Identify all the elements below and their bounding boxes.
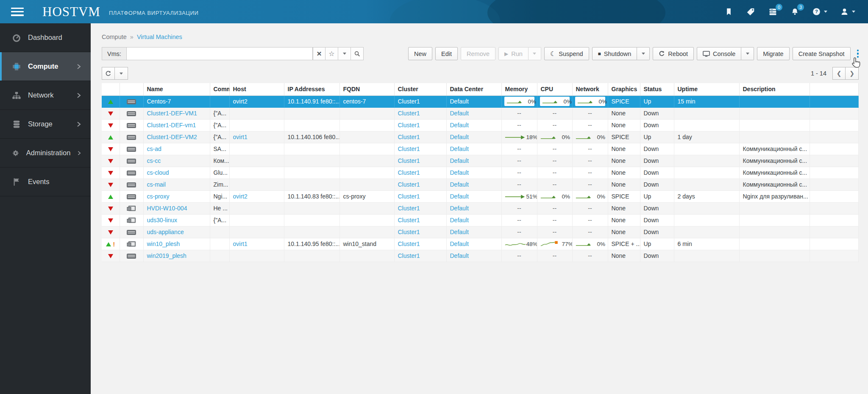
vm-cluster-link[interactable]: Cluster1 bbox=[398, 217, 420, 224]
col-header-uptime[interactable]: Uptime bbox=[674, 83, 739, 95]
vm-datacenter-link[interactable]: Default bbox=[450, 193, 469, 200]
menu-toggle-button[interactable] bbox=[11, 7, 24, 17]
search-dropdown-button[interactable] bbox=[338, 47, 351, 60]
col-header-cluster[interactable]: Cluster bbox=[394, 83, 446, 95]
col-header-cpu[interactable]: CPU bbox=[537, 83, 572, 95]
vm-datacenter-link[interactable]: Default bbox=[450, 252, 469, 259]
col-header-network[interactable]: Network bbox=[572, 83, 608, 95]
vm-row-Cluster1-DEF-vm1[interactable]: Cluster1-DEF-vm1{"A...Cluster1Default---… bbox=[102, 119, 859, 131]
vm-cluster-link[interactable]: Cluster1 bbox=[398, 181, 420, 188]
edit-button[interactable]: Edit bbox=[435, 47, 458, 60]
vm-row-Centos-7[interactable]: Centos-7ovirt210.1.140.91 fe80::...cento… bbox=[102, 95, 859, 107]
vm-cluster-link[interactable]: Cluster1 bbox=[398, 169, 420, 176]
vm-cluster-link[interactable]: Cluster1 bbox=[398, 134, 420, 140]
new-button[interactable]: New bbox=[408, 47, 432, 60]
sidebar-item-network[interactable]: Network bbox=[0, 81, 91, 110]
col-header-description[interactable]: Description bbox=[739, 83, 810, 95]
run-button[interactable]: ▶Run bbox=[498, 47, 529, 60]
create-snapshot-button[interactable]: Create Snapshot bbox=[793, 47, 851, 60]
console-button[interactable]: Console bbox=[697, 47, 741, 60]
col-header-comm[interactable]: Comm bbox=[210, 83, 229, 95]
vm-cluster-link[interactable]: Cluster1 bbox=[398, 110, 420, 117]
user-menu[interactable] bbox=[840, 7, 855, 16]
kebab-menu-icon[interactable] bbox=[857, 50, 859, 58]
vm-datacenter-link[interactable]: Default bbox=[450, 229, 469, 235]
bookmark-search-button[interactable]: ☆ bbox=[326, 47, 338, 60]
tasks-icon[interactable]: 0 bbox=[768, 7, 778, 16]
vm-name-link[interactable]: cs-cloud bbox=[147, 169, 169, 176]
vm-name-link[interactable]: HVDI-W10-004 bbox=[147, 205, 187, 212]
vm-datacenter-link[interactable]: Default bbox=[450, 134, 469, 140]
vm-name-link[interactable]: uds30-linux bbox=[147, 217, 178, 224]
vm-datacenter-link[interactable]: Default bbox=[450, 157, 469, 164]
vm-row-uds-appliance[interactable]: uds-applianceCluster1Default------NoneDo… bbox=[102, 226, 859, 238]
col-header-name[interactable]: Name bbox=[143, 83, 210, 95]
vm-name-link[interactable]: Cluster1-DEF-VM2 bbox=[147, 134, 197, 140]
vm-name-link[interactable]: cs-cc bbox=[147, 157, 161, 164]
vm-cluster-link[interactable]: Cluster1 bbox=[398, 252, 420, 259]
col-header-memory[interactable]: Memory bbox=[501, 83, 537, 95]
breadcrumb-compute[interactable]: Compute bbox=[102, 34, 127, 40]
search-button[interactable] bbox=[351, 47, 364, 60]
vm-name-link[interactable]: win2019_plesh bbox=[147, 252, 186, 259]
sidebar-item-storage[interactable]: Storage bbox=[0, 110, 91, 139]
shutdown-button[interactable]: ■Shutdown bbox=[592, 47, 637, 60]
refresh-button[interactable] bbox=[102, 67, 115, 80]
vm-datacenter-link[interactable]: Default bbox=[450, 240, 469, 247]
vm-row-win10_plesh[interactable]: !win10_pleshovirt110.1.140.95 fe80::...w… bbox=[102, 238, 859, 250]
vm-datacenter-link[interactable]: Default bbox=[450, 98, 469, 105]
vm-row-win2019_plesh[interactable]: win2019_pleshCluster1Default------NoneDo… bbox=[102, 250, 859, 262]
vm-datacenter-link[interactable]: Default bbox=[450, 181, 469, 188]
vm-datacenter-link[interactable]: Default bbox=[450, 110, 469, 117]
vm-host-link[interactable]: ovirt2 bbox=[233, 193, 248, 200]
suspend-button[interactable]: ☾Suspend bbox=[544, 47, 589, 60]
vm-datacenter-link[interactable]: Default bbox=[450, 205, 469, 212]
vm-cluster-link[interactable]: Cluster1 bbox=[398, 240, 420, 247]
search-input[interactable] bbox=[126, 47, 313, 60]
bookmark-icon[interactable] bbox=[724, 7, 733, 16]
vm-name-link[interactable]: cs-proxy bbox=[147, 193, 170, 200]
vm-name-link[interactable]: cs-mail bbox=[147, 181, 166, 188]
vm-name-link[interactable]: cs-ad bbox=[147, 145, 161, 152]
vm-row-Cluster1-DEF-VM1[interactable]: Cluster1-DEF-VM1{"A...Cluster1Default---… bbox=[102, 107, 859, 119]
vm-name-link[interactable]: uds-appliance bbox=[147, 229, 184, 235]
col-header-status[interactable]: Status bbox=[640, 83, 674, 95]
console-dropdown-button[interactable] bbox=[741, 47, 754, 60]
vm-datacenter-link[interactable]: Default bbox=[450, 217, 469, 224]
col-header-fqdn[interactable]: FQDN bbox=[339, 83, 394, 95]
reboot-button[interactable]: Reboot bbox=[653, 47, 694, 60]
sidebar-item-compute[interactable]: Compute bbox=[0, 52, 91, 81]
vm-row-cs-cloud[interactable]: cs-cloudGlu...Cluster1Default------NoneD… bbox=[102, 167, 859, 179]
clear-search-button[interactable]: ✕ bbox=[313, 47, 326, 60]
refresh-dropdown-button[interactable] bbox=[115, 67, 128, 80]
vm-host-link[interactable]: ovirt1 bbox=[233, 240, 248, 247]
prev-page-button[interactable]: ❮ bbox=[832, 67, 846, 80]
breadcrumb-virtual-machines[interactable]: Virtual Machines bbox=[137, 34, 182, 40]
vm-cluster-link[interactable]: Cluster1 bbox=[398, 193, 420, 200]
vm-row-Cluster1-DEF-VM2[interactable]: Cluster1-DEF-VM2{"A...ovirt110.1.140.106… bbox=[102, 131, 859, 143]
run-dropdown-button[interactable] bbox=[529, 47, 541, 60]
remove-button[interactable]: Remove bbox=[461, 47, 495, 60]
vm-cluster-link[interactable]: Cluster1 bbox=[398, 157, 420, 164]
vm-datacenter-link[interactable]: Default bbox=[450, 122, 469, 129]
col-header-ip-addresses[interactable]: IP Addresses bbox=[284, 83, 339, 95]
sidebar-item-administration[interactable]: Administration bbox=[0, 139, 91, 168]
vm-row-HVDI-W10-004[interactable]: HVDI-W10-004He ...Cluster1Default------N… bbox=[102, 202, 859, 214]
col-header-data-center[interactable]: Data Center bbox=[446, 83, 501, 95]
tag-icon[interactable] bbox=[746, 7, 755, 17]
vm-name-link[interactable]: Centos-7 bbox=[147, 98, 171, 105]
bell-icon[interactable]: 3 bbox=[790, 7, 799, 17]
col-header-graphics[interactable]: Graphics bbox=[608, 83, 640, 95]
vm-row-cs-mail[interactable]: cs-mailZim...Cluster1Default------NoneDo… bbox=[102, 179, 859, 190]
vm-name-link[interactable]: Cluster1-DEF-VM1 bbox=[147, 110, 197, 117]
col-header-host[interactable]: Host bbox=[229, 83, 284, 95]
migrate-button[interactable]: Migrate bbox=[757, 47, 789, 60]
vm-row-uds30-linux[interactable]: uds30-linux{"A...Cluster1Default------No… bbox=[102, 214, 859, 226]
sidebar-item-events[interactable]: Events bbox=[0, 168, 91, 196]
vm-row-cs-ad[interactable]: cs-adSA...Cluster1Default------NoneDownК… bbox=[102, 143, 859, 155]
shutdown-dropdown-button[interactable] bbox=[637, 47, 650, 60]
vm-cluster-link[interactable]: Cluster1 bbox=[398, 145, 420, 152]
vm-row-cs-cc[interactable]: cs-ccКом...Cluster1Default------NoneDown… bbox=[102, 155, 859, 167]
sidebar-item-dashboard[interactable]: Dashboard bbox=[0, 23, 91, 52]
vm-cluster-link[interactable]: Cluster1 bbox=[398, 98, 420, 105]
